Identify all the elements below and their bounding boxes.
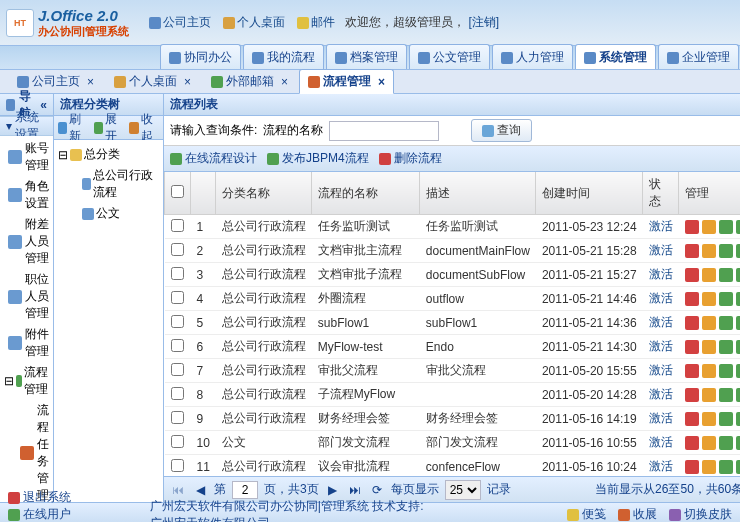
status-link[interactable]: 激活 bbox=[649, 387, 673, 401]
design-icon[interactable] bbox=[719, 412, 733, 426]
vendor-link[interactable]: 广州宏天软件有限公司 bbox=[150, 515, 424, 523]
nav-flow-0[interactable]: 流程任务管理 bbox=[0, 400, 53, 502]
run-icon[interactable] bbox=[736, 436, 740, 450]
close-icon[interactable]: × bbox=[378, 75, 385, 89]
design-icon[interactable] bbox=[719, 364, 733, 378]
top-link-1[interactable]: 个人桌面 bbox=[223, 14, 285, 31]
delete-button[interactable]: 删除流程 bbox=[379, 150, 442, 167]
design-button[interactable]: 在线流程设计 bbox=[170, 150, 257, 167]
page-input[interactable] bbox=[232, 481, 258, 499]
table-row[interactable]: 8总公司行政流程子流程MyFlow2011-05-20 14:28激活 bbox=[165, 383, 741, 407]
edit-icon[interactable] bbox=[702, 460, 716, 474]
status-right-0[interactable]: 便笺 bbox=[567, 506, 606, 522]
close-icon[interactable]: × bbox=[87, 75, 94, 89]
col-5[interactable]: 创建时间 bbox=[536, 172, 643, 215]
delete-icon[interactable] bbox=[685, 292, 699, 306]
table-row[interactable]: 3总公司行政流程文档审批子流程documentSubFlow2011-05-21… bbox=[165, 263, 741, 287]
tab-2[interactable]: 档案管理 bbox=[326, 44, 407, 69]
table-row[interactable]: 11总公司行政流程议会审批流程confenceFlow2011-05-16 10… bbox=[165, 455, 741, 477]
subtab-2[interactable]: 外部邮箱 × bbox=[202, 69, 297, 94]
tab-4[interactable]: 人力管理 bbox=[492, 44, 573, 69]
design-icon[interactable] bbox=[719, 388, 733, 402]
category-node-0[interactable]: 总公司行政流程 bbox=[58, 165, 159, 203]
delete-icon[interactable] bbox=[685, 244, 699, 258]
row-checkbox[interactable] bbox=[171, 339, 184, 352]
delete-icon[interactable] bbox=[685, 268, 699, 282]
table-row[interactable]: 10公文部门发文流程部门发文流程2011-05-16 10:55激活 bbox=[165, 431, 741, 455]
delete-icon[interactable] bbox=[685, 412, 699, 426]
edit-icon[interactable] bbox=[702, 316, 716, 330]
row-checkbox[interactable] bbox=[171, 459, 184, 472]
design-icon[interactable] bbox=[719, 340, 733, 354]
edit-icon[interactable] bbox=[702, 292, 716, 306]
row-checkbox[interactable] bbox=[171, 363, 184, 376]
run-icon[interactable] bbox=[736, 460, 740, 474]
subtab-1[interactable]: 个人桌面 × bbox=[105, 69, 200, 94]
edit-icon[interactable] bbox=[702, 268, 716, 282]
edit-icon[interactable] bbox=[702, 220, 716, 234]
design-icon[interactable] bbox=[719, 436, 733, 450]
status-link[interactable]: 激活 bbox=[649, 411, 673, 425]
table-row[interactable]: 2总公司行政流程文档审批主流程documentMainFlow2011-05-2… bbox=[165, 239, 741, 263]
row-checkbox[interactable] bbox=[171, 411, 184, 424]
publish-button[interactable]: 发布JBPM4流程 bbox=[267, 150, 369, 167]
status-link[interactable]: 激活 bbox=[649, 363, 673, 377]
tab-1[interactable]: 我的流程 bbox=[243, 44, 324, 69]
status-link[interactable]: 激活 bbox=[649, 219, 673, 233]
run-icon[interactable] bbox=[736, 412, 740, 426]
page-refresh-button[interactable]: ⟳ bbox=[369, 482, 385, 498]
col-6[interactable]: 状态 bbox=[643, 172, 679, 215]
row-checkbox[interactable] bbox=[171, 267, 184, 280]
page-prev-button[interactable]: ◀ bbox=[192, 482, 208, 498]
col-3[interactable]: 流程的名称 bbox=[312, 172, 420, 215]
page-size-select[interactable]: 25 bbox=[445, 480, 481, 500]
tab-5[interactable]: 系统管理 bbox=[575, 44, 656, 69]
edit-icon[interactable] bbox=[702, 388, 716, 402]
select-all-checkbox[interactable] bbox=[171, 185, 184, 198]
run-icon[interactable] bbox=[736, 364, 740, 378]
col-7[interactable]: 管理 bbox=[679, 172, 740, 215]
page-last-button[interactable]: ⏭ bbox=[347, 482, 363, 498]
col-2[interactable]: 分类名称 bbox=[216, 172, 312, 215]
table-row[interactable]: 1总公司行政流程任务监听测试任务监听测试2011-05-23 12:24激活 bbox=[165, 215, 741, 239]
run-icon[interactable] bbox=[736, 316, 740, 330]
nav-item-0[interactable]: 账号管理 bbox=[0, 138, 53, 176]
status-link[interactable]: 激活 bbox=[649, 459, 673, 473]
col-4[interactable]: 描述 bbox=[420, 172, 536, 215]
row-checkbox[interactable] bbox=[171, 435, 184, 448]
status-right-2[interactable]: 切换皮肤 bbox=[669, 506, 732, 522]
nav-item-2[interactable]: 附差人员管理 bbox=[0, 214, 53, 269]
run-icon[interactable] bbox=[736, 244, 740, 258]
edit-icon[interactable] bbox=[702, 436, 716, 450]
nav-group-flow[interactable]: ⊟流程管理 bbox=[0, 362, 53, 400]
edit-icon[interactable] bbox=[702, 364, 716, 378]
tab-0[interactable]: 协同办公 bbox=[160, 44, 241, 69]
design-icon[interactable] bbox=[719, 244, 733, 258]
table-row[interactable]: 6总公司行政流程MyFlow-testEndo2011-05-21 14:30激… bbox=[165, 335, 741, 359]
run-icon[interactable] bbox=[736, 340, 740, 354]
table-row[interactable]: 4总公司行政流程外圈流程outflow2011-05-21 14:46激活 bbox=[165, 287, 741, 311]
status-left-0[interactable]: 退出系统 bbox=[8, 489, 71, 506]
delete-icon[interactable] bbox=[685, 364, 699, 378]
col-0[interactable] bbox=[165, 172, 191, 215]
status-link[interactable]: 激活 bbox=[649, 243, 673, 257]
delete-icon[interactable] bbox=[685, 436, 699, 450]
design-icon[interactable] bbox=[719, 292, 733, 306]
category-root[interactable]: ⊟总分类 bbox=[58, 144, 159, 165]
run-icon[interactable] bbox=[736, 388, 740, 402]
row-checkbox[interactable] bbox=[171, 315, 184, 328]
status-link[interactable]: 激活 bbox=[649, 267, 673, 281]
table-row[interactable]: 5总公司行政流程subFlow1subFlow12011-05-21 14:36… bbox=[165, 311, 741, 335]
top-link-0[interactable]: 公司主页 bbox=[149, 14, 211, 31]
tab-6[interactable]: 企业管理 bbox=[658, 44, 739, 69]
delete-icon[interactable] bbox=[685, 340, 699, 354]
status-link[interactable]: 激活 bbox=[649, 435, 673, 449]
design-icon[interactable] bbox=[719, 268, 733, 282]
status-left-1[interactable]: 在线用户 bbox=[8, 506, 71, 522]
search-input[interactable] bbox=[329, 121, 439, 141]
close-icon[interactable]: × bbox=[281, 75, 288, 89]
tab-3[interactable]: 公文管理 bbox=[409, 44, 490, 69]
table-row[interactable]: 9总公司行政流程财务经理会签财务经理会签2011-05-16 14:19激活 bbox=[165, 407, 741, 431]
row-checkbox[interactable] bbox=[171, 387, 184, 400]
status-right-1[interactable]: 收展 bbox=[618, 506, 657, 522]
